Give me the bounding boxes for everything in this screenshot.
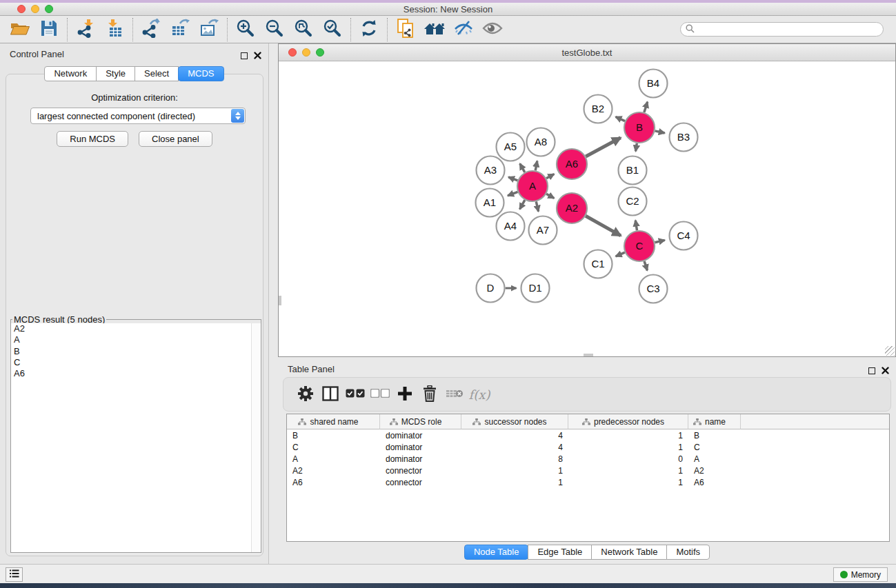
- edge-A-A6[interactable]: [546, 174, 554, 178]
- cell[interactable]: A6: [287, 477, 380, 488]
- deselect-all-button[interactable]: [368, 382, 392, 407]
- network-node-C2[interactable]: C2: [619, 187, 647, 216]
- cell[interactable]: 1: [568, 477, 688, 488]
- tab-style[interactable]: Style: [96, 66, 135, 81]
- show-columns-button[interactable]: [318, 382, 343, 407]
- network-node-A1[interactable]: A1: [476, 189, 504, 217]
- cell[interactable]: C: [688, 442, 741, 453]
- tab-node-table[interactable]: Node Table: [464, 545, 529, 560]
- edge-B-B2[interactable]: [616, 116, 625, 121]
- mcds-result-item[interactable]: A: [11, 334, 261, 345]
- run-mcds-button[interactable]: Run MCDS: [57, 131, 128, 147]
- table-row[interactable]: Cdominator41C: [287, 442, 889, 453]
- network-node-B1[interactable]: B1: [619, 156, 647, 185]
- mcds-result-item[interactable]: B: [11, 346, 261, 357]
- save-session-button[interactable]: [34, 17, 63, 42]
- network-node-A5[interactable]: A5: [497, 133, 525, 161]
- network-node-B2[interactable]: B2: [584, 95, 613, 123]
- tab-network[interactable]: Network: [44, 66, 97, 81]
- edge-C-C2[interactable]: [635, 221, 637, 231]
- function-builder-button[interactable]: f(x): [467, 382, 492, 407]
- table-row[interactable]: A2connector11A2: [287, 465, 889, 476]
- network-node-A[interactable]: A: [517, 171, 548, 201]
- result-scrollbar[interactable]: [251, 323, 261, 552]
- close-panel-icon[interactable]: [254, 50, 261, 62]
- column-header-name[interactable]: name: [688, 414, 741, 429]
- float-panel-icon[interactable]: [868, 367, 875, 374]
- criterion-dropdown[interactable]: largest connected component (directed): [30, 108, 246, 124]
- edge-A-A1[interactable]: [508, 192, 517, 196]
- network-node-D1[interactable]: D1: [521, 274, 550, 303]
- mcds-result-item[interactable]: C: [11, 357, 261, 368]
- network-node-C4[interactable]: C4: [670, 222, 698, 250]
- table-row[interactable]: Bdominator41B: [287, 430, 889, 441]
- edge-A-A3[interactable]: [508, 177, 517, 181]
- edge-A-A4[interactable]: [520, 200, 525, 209]
- zoom-in-button[interactable]: [231, 17, 260, 42]
- cell[interactable]: A: [287, 454, 380, 465]
- network-view-window[interactable]: testGlobe.txt B4B2BB3A8A5A6A3B1AC2A1A2A4…: [278, 43, 896, 357]
- column-header-predecessor-nodes[interactable]: predecessor nodes: [568, 414, 688, 429]
- edge-A2-C[interactable]: [586, 216, 621, 236]
- cell[interactable]: B: [688, 430, 741, 441]
- delete-column-button[interactable]: [417, 382, 442, 407]
- mcds-result-item[interactable]: A6: [11, 368, 261, 379]
- search-input[interactable]: [697, 25, 883, 34]
- edge-B-B4[interactable]: [644, 102, 648, 112]
- resize-grip[interactable]: [885, 346, 895, 356]
- cell[interactable]: 1: [461, 465, 568, 476]
- export-table-button[interactable]: [166, 17, 195, 42]
- network-node-A4[interactable]: A4: [497, 212, 525, 241]
- cell[interactable]: B: [287, 430, 380, 441]
- network-node-B3[interactable]: B3: [670, 123, 698, 152]
- task-history-button[interactable]: [6, 567, 23, 582]
- tab-edge-table[interactable]: Edge Table: [528, 545, 592, 560]
- column-header-successor-nodes[interactable]: successor nodes: [461, 414, 568, 429]
- cell[interactable]: C: [287, 442, 380, 453]
- network-node-A8[interactable]: A8: [527, 128, 555, 156]
- cell[interactable]: A2: [688, 465, 741, 476]
- cell[interactable]: dominator: [380, 430, 461, 441]
- cell[interactable]: 1: [568, 465, 688, 476]
- tab-network-table[interactable]: Network Table: [591, 545, 667, 560]
- table-row[interactable]: A6connector11A6: [287, 477, 889, 488]
- cell[interactable]: A6: [688, 477, 741, 488]
- edge-A-A8[interactable]: [535, 161, 537, 171]
- tab-mcds[interactable]: MCDS: [178, 66, 223, 81]
- search-field[interactable]: [680, 22, 884, 37]
- network-node-A3[interactable]: A3: [477, 156, 505, 185]
- mcds-result-item[interactable]: A2: [11, 323, 261, 334]
- open-session-button[interactable]: [6, 17, 34, 42]
- memory-button[interactable]: Memory: [833, 567, 888, 582]
- zoom-out-button[interactable]: [260, 17, 289, 42]
- edge-A-A5[interactable]: [520, 163, 525, 172]
- home-view-button[interactable]: [420, 17, 449, 42]
- network-node-C[interactable]: C: [624, 231, 655, 261]
- node-table[interactable]: shared nameMCDS rolesuccessor nodesprede…: [286, 414, 890, 542]
- edge-C-C3[interactable]: [644, 261, 647, 270]
- cell[interactable]: 4: [461, 442, 568, 453]
- network-node-B4[interactable]: B4: [639, 70, 668, 98]
- edge-B-B3[interactable]: [655, 131, 664, 133]
- export-network-button[interactable]: [137, 17, 166, 42]
- table-row[interactable]: Adominator80A: [287, 454, 889, 465]
- cell[interactable]: A: [688, 454, 741, 465]
- cell[interactable]: connector: [380, 465, 461, 476]
- add-column-button[interactable]: [392, 382, 417, 407]
- cell[interactable]: A2: [287, 465, 380, 476]
- column-header-MCDS-role[interactable]: MCDS role: [380, 414, 461, 429]
- cell[interactable]: 1: [568, 442, 688, 453]
- cell[interactable]: 0: [568, 454, 688, 465]
- network-node-A7[interactable]: A7: [529, 216, 557, 245]
- horizontal-scroll-mark[interactable]: [584, 354, 593, 356]
- import-table-button[interactable]: [100, 17, 129, 42]
- edge-C-C4[interactable]: [655, 240, 664, 242]
- edge-A6-B[interactable]: [586, 138, 621, 156]
- refresh-network-button[interactable]: [355, 17, 384, 42]
- cell[interactable]: dominator: [380, 442, 461, 453]
- tab-motifs[interactable]: Motifs: [666, 545, 710, 560]
- network-canvas[interactable]: B4B2BB3A8A5A6A3B1AC2A1A2A4A7C4CC1DD1C3: [279, 61, 895, 356]
- edge-A-A2[interactable]: [546, 194, 554, 198]
- network-node-C3[interactable]: C3: [639, 275, 668, 303]
- edge-B-B1[interactable]: [635, 143, 637, 152]
